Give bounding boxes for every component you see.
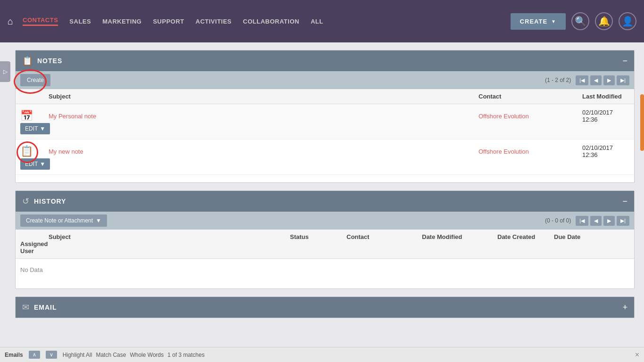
history-col-due-date: Due Date: [554, 233, 629, 240]
create-note-btn-wrapper: Create: [20, 74, 50, 86]
row-icon-2: 📋: [20, 145, 49, 157]
notes-page-next[interactable]: ▶: [603, 75, 615, 85]
row-contact-link-1[interactable]: Offshore Evolution: [479, 113, 529, 120]
notes-page-prev[interactable]: ◀: [590, 75, 602, 85]
history-panel-header: ↺ HISTORY −: [16, 191, 634, 212]
notes-col-subject: Subject: [49, 93, 365, 100]
email-panel: ✉ EMAIL +: [15, 296, 635, 318]
nav-item-collaboration[interactable]: COLLABORATION: [243, 18, 299, 25]
edit-label-2: EDIT: [25, 161, 38, 167]
history-page-prev[interactable]: ◀: [590, 216, 602, 226]
sidebar-toggle-icon: ▷: [3, 68, 8, 75]
edit-button-2[interactable]: EDIT ▼: [20, 158, 50, 170]
whole-words-label[interactable]: Whole Words: [130, 352, 164, 358]
notes-panel-collapse-btn[interactable]: −: [622, 57, 627, 65]
row-icon-1: 📅: [20, 110, 49, 122]
create-button[interactable]: CREATE ▼: [511, 13, 566, 30]
create-note-attach-arrow: ▼: [96, 217, 101, 224]
nav-item-support[interactable]: SUPPORT: [153, 18, 184, 25]
bottom-down-btn[interactable]: ∨: [46, 351, 57, 359]
calendar-icon: 📅: [20, 110, 33, 122]
create-note-attach-label: Create Note or Attachment: [26, 217, 93, 224]
bottom-up-btn[interactable]: ∧: [29, 351, 40, 359]
email-panel-header-left: ✉ EMAIL: [22, 302, 57, 313]
top-navigation: ⌂ CONTACTS SALES MARKETING SUPPORT ACTIV…: [0, 0, 644, 42]
history-page-first[interactable]: |◀: [576, 216, 588, 226]
nav-item-contacts[interactable]: CONTACTS: [23, 16, 58, 26]
nav-item-sales[interactable]: SALES: [69, 18, 91, 25]
notes-toolbar: Create (1 - 2 of 2) |◀ ◀ ▶ ▶|: [16, 71, 634, 89]
nav-item-activities[interactable]: ACTIVITIES: [196, 18, 232, 25]
history-col-icon: [20, 233, 49, 240]
row-subject-link-2[interactable]: My new note: [49, 148, 83, 155]
notes-pagination: (1 - 2 of 2) |◀ ◀ ▶ ▶|: [545, 75, 629, 85]
history-pagination: (0 - 0 of 0) |◀ ◀ ▶ ▶|: [545, 216, 629, 226]
table-row: 📅 My Personal note Offshore Evolution 02…: [16, 104, 634, 140]
notes-col-empty: [365, 93, 479, 100]
notes-page-last[interactable]: ▶|: [617, 75, 629, 85]
row-subject-1[interactable]: My Personal note: [49, 113, 365, 120]
row-modified-2: 02/10/2017 12:36: [582, 144, 629, 158]
notes-pagination-info: (1 - 2 of 2): [545, 77, 571, 83]
bottom-bar-close-btn[interactable]: ×: [635, 351, 639, 359]
row-contact-2[interactable]: Offshore Evolution: [479, 148, 582, 155]
create-button-arrow: ▼: [551, 19, 556, 24]
notes-panel: 📋 NOTES − Create (1 - 2 of 2) |◀ ◀ ▶ ▶| …: [15, 50, 635, 183]
history-panel-icon: ↺: [22, 196, 29, 206]
nav-item-marketing[interactable]: MARKETING: [102, 18, 141, 25]
notes-panel-title: NOTES: [37, 57, 62, 65]
edit-label-1: EDIT: [25, 125, 38, 132]
history-col-status: Status: [290, 233, 347, 240]
history-panel-collapse-btn[interactable]: −: [622, 197, 627, 206]
search-icon[interactable]: 🔍: [571, 12, 589, 30]
notes-table-header: Subject Contact Last Modified: [16, 89, 634, 104]
history-no-data: No Data: [16, 259, 634, 281]
highlight-all-label[interactable]: Highlight All: [63, 352, 92, 358]
row-subject-2[interactable]: My new note: [49, 148, 365, 155]
email-panel-icon: ✉: [22, 302, 29, 313]
home-icon[interactable]: ⌂: [8, 16, 13, 27]
scroll-indicator: [640, 94, 644, 151]
history-col-assigned-user: Assigned User: [20, 240, 49, 255]
history-toolbar: Create Note or Attachment ▼ (0 - 0 of 0)…: [16, 212, 634, 230]
email-panel-title: EMAIL: [34, 304, 57, 311]
row-subject-link-1[interactable]: My Personal note: [49, 113, 96, 120]
history-panel: ↺ HISTORY − Create Note or Attachment ▼ …: [15, 190, 635, 289]
main-content: 📋 NOTES − Create (1 - 2 of 2) |◀ ◀ ▶ ▶| …: [0, 42, 644, 362]
create-note-button[interactable]: Create: [20, 74, 50, 86]
notes-page-first[interactable]: |◀: [576, 75, 588, 85]
user-icon[interactable]: 👤: [619, 12, 636, 30]
row-contact-link-2[interactable]: Offshore Evolution: [479, 148, 529, 155]
row-contact-1[interactable]: Offshore Evolution: [479, 113, 582, 120]
nav-items: CONTACTS SALES MARKETING SUPPORT ACTIVIT…: [23, 16, 511, 26]
nav-item-all[interactable]: ALL: [311, 18, 323, 25]
history-panel-title: HISTORY: [34, 197, 66, 205]
history-col-date-created: Date Created: [497, 233, 554, 240]
notes-col-modified: Last Modified: [582, 93, 629, 100]
history-table-header: Subject Status Contact Date Modified Dat…: [16, 230, 634, 259]
history-pagination-info: (0 - 0 of 0): [545, 217, 571, 224]
bottom-bar: Emails ∧ ∨ Highlight All Match Case Whol…: [0, 347, 644, 362]
history-page-next[interactable]: ▶: [603, 216, 615, 226]
history-panel-footer-space: [16, 281, 634, 288]
history-col-date-modified: Date Modified: [422, 233, 497, 240]
row-actions-2: EDIT ▼: [20, 158, 49, 170]
history-panel-header-left: ↺ HISTORY: [22, 196, 66, 206]
row-actions-1: EDIT ▼: [20, 123, 49, 134]
email-panel-expand-btn[interactable]: +: [622, 303, 627, 312]
sidebar-toggle[interactable]: ▷: [0, 61, 10, 82]
table-row: 📋 My new note Offshore Evolution 02/10/2…: [16, 140, 634, 175]
notification-icon[interactable]: 🔔: [595, 12, 613, 30]
match-case-label[interactable]: Match Case: [96, 352, 126, 358]
bottom-bar-actions: Highlight All Match Case Whole Words 1 o…: [63, 352, 205, 358]
edit-button-1[interactable]: EDIT ▼: [20, 123, 50, 134]
row-modified-1: 02/10/2017 12:36: [582, 109, 629, 123]
history-page-last[interactable]: ▶|: [617, 216, 629, 226]
history-col-contact: Contact: [347, 233, 422, 240]
row-icon-circle-2: 📋: [20, 145, 33, 157]
notes-panel-icon: 📋: [22, 56, 33, 66]
create-note-attachment-button[interactable]: Create Note or Attachment ▼: [20, 214, 107, 227]
notes-panel-header-left: 📋 NOTES: [22, 56, 62, 66]
edit-arrow-1: ▼: [40, 125, 45, 132]
history-col-subject: Subject: [49, 233, 290, 240]
